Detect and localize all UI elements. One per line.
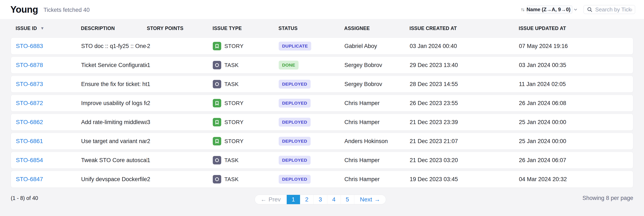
topbar-controls: ↑↓ Name (Z→A, 9→0) xyxy=(527,5,635,14)
status-cell: DUPLICATE xyxy=(279,42,344,50)
status-badge: DEPLOYED xyxy=(279,118,310,126)
page-button-3[interactable]: 3 xyxy=(314,195,327,204)
table-row[interactable]: STO-6861 Use target and variant name sea… xyxy=(11,133,633,150)
status-cell: DEPLOYED xyxy=(279,156,344,165)
issue-type-label: STORY xyxy=(224,100,244,106)
issue-type-cell: STORY xyxy=(213,118,279,126)
updated-at-cell: 25 Jan 2024 00:00 xyxy=(519,119,633,126)
pagination: ← Prev 1 2 3 4 5 Next → xyxy=(254,195,386,204)
column-header-issue-updated-at: ISSUE UPDATED AT xyxy=(519,26,633,31)
issue-type-cell: TASK xyxy=(213,80,279,88)
page-button-1[interactable]: 1 xyxy=(286,195,300,204)
issue-id-link[interactable]: STO-6872 xyxy=(16,100,81,106)
tickets-fetched-label: Tickets fetched 40 xyxy=(44,7,90,13)
story-icon xyxy=(213,137,221,146)
chevron-down-icon xyxy=(573,7,578,12)
issue-id-link[interactable]: STO-6878 xyxy=(16,62,81,68)
issue-type-label: TASK xyxy=(224,81,239,88)
assignee-cell: Chris Hamper xyxy=(344,157,410,164)
status-cell: DEPLOYED xyxy=(279,175,344,184)
column-header-story-points: STORY POINTS xyxy=(147,26,212,31)
created-at-cell: 19 Dec 2023 03:45 xyxy=(410,176,519,182)
search-icon xyxy=(587,6,593,12)
column-header-description: DESCRIPTION xyxy=(81,26,147,31)
search-box[interactable] xyxy=(584,5,635,14)
issue-type-cell: STORY xyxy=(213,42,279,50)
assignee-cell: Sergey Bobrov xyxy=(344,81,410,88)
page-title: Young xyxy=(10,4,38,15)
updated-at-cell: 07 May 2024 19:16 xyxy=(519,43,633,50)
assignee-cell: Gabriel Aboy xyxy=(344,43,410,50)
updated-at-cell: 04 Mar 2024 20:32 xyxy=(519,176,633,182)
status-badge: DEPLOYED xyxy=(279,80,310,88)
status-badge: DUPLICATE xyxy=(279,42,311,50)
issue-type-label: TASK xyxy=(224,157,239,164)
issue-type-label: STORY xyxy=(224,138,244,144)
table-row[interactable]: STO-6862 Add rate-limiting middleware to… xyxy=(11,114,633,130)
status-badge: DEPLOYED xyxy=(279,137,310,146)
description-cell: Add rate-limiting middleware to S... xyxy=(81,119,147,126)
table-row[interactable]: STO-6854 Tweak STO Core autoscaling par.… xyxy=(11,152,633,169)
issue-id-link[interactable]: STO-6873 xyxy=(16,81,81,88)
sort-arrows-icon: ↑↓ xyxy=(521,7,524,12)
issue-id-link[interactable]: STO-6861 xyxy=(16,138,81,144)
status-badge: DEPLOYED xyxy=(279,99,310,108)
column-header-assignee: ASSIGNEE xyxy=(344,26,410,31)
story-points-cell: 3 xyxy=(147,119,213,126)
ticket-table-body: STO-6883 STO doc :: q1-fy25 :: One-click… xyxy=(0,38,644,188)
description-cell: Ensure the fix for ticket: https://h... xyxy=(81,81,147,88)
prev-page-button[interactable]: ← Prev xyxy=(255,195,286,204)
issue-type-cell: STORY xyxy=(213,99,279,107)
created-at-cell: 29 Dec 2023 13:40 xyxy=(410,62,519,68)
column-header-status: STATUS xyxy=(278,26,344,31)
issue-type-cell: TASK xyxy=(213,175,279,184)
issue-id-link[interactable]: STO-6862 xyxy=(16,119,81,126)
issue-type-cell: TASK xyxy=(213,156,279,164)
status-cell: DEPLOYED xyxy=(279,80,344,88)
table-row[interactable]: STO-6847 Unify devspace Dockerfile build… xyxy=(11,171,633,188)
story-points-cell: 2 xyxy=(147,43,213,50)
updated-at-cell: 25 Jan 2024 00:00 xyxy=(519,138,633,144)
issue-id-link[interactable]: STO-6847 xyxy=(16,176,81,182)
issue-id-link[interactable]: STO-6883 xyxy=(16,43,81,50)
next-page-button[interactable]: Next → xyxy=(354,195,386,204)
column-header-issue-id[interactable]: ISSUE ID ▼ xyxy=(16,26,81,31)
issue-type-label: STORY xyxy=(224,43,244,50)
description-cell: Improve usability of logs for failur... xyxy=(81,100,147,106)
description-cell: Ticket Service Configuration xyxy=(81,62,147,68)
story-points-cell: 1 xyxy=(147,81,213,88)
sort-dropdown[interactable]: ↑↓ Name (Z→A, 9→0) xyxy=(527,5,572,14)
task-icon xyxy=(213,175,221,184)
updated-at-cell: 26 Jan 2024 06:08 xyxy=(519,100,633,106)
story-points-cell: 2 xyxy=(147,176,213,182)
page-button-5[interactable]: 5 xyxy=(340,195,354,204)
column-header-issue-type: ISSUE TYPE xyxy=(212,26,278,31)
table-row[interactable]: STO-6872 Improve usability of logs for f… xyxy=(11,95,633,112)
issue-id-link[interactable]: STO-6854 xyxy=(16,157,81,164)
page-button-4[interactable]: 4 xyxy=(327,195,340,204)
story-points-cell: 1 xyxy=(147,157,213,164)
arrow-right-icon: → xyxy=(374,196,380,203)
issue-type-cell: STORY xyxy=(213,137,279,146)
updated-at-cell: 11 Jan 2024 02:05 xyxy=(519,81,633,88)
issue-type-label: TASK xyxy=(224,176,239,182)
search-input[interactable] xyxy=(595,6,632,13)
table-row[interactable]: STO-6878 Ticket Service Configuration 1 … xyxy=(11,57,633,74)
page-button-2[interactable]: 2 xyxy=(300,195,314,204)
table-row[interactable]: STO-6883 STO doc :: q1-fy25 :: One-click… xyxy=(11,38,633,54)
status-cell: DEPLOYED xyxy=(279,137,344,146)
description-cell: STO doc :: q1-fy25 :: One-click e... xyxy=(81,43,147,50)
task-icon xyxy=(213,80,221,88)
assignee-cell: Chris Hamper xyxy=(344,176,410,182)
assignee-cell: Chris Hamper xyxy=(344,100,410,106)
description-cell: Tweak STO Core autoscaling par... xyxy=(81,157,147,164)
updated-at-cell: 03 Jan 2024 00:35 xyxy=(519,62,633,68)
description-cell: Unify devspace Dockerfile build xyxy=(81,176,147,182)
status-badge: DEPLOYED xyxy=(279,156,310,165)
column-header-issue-created-at: ISSUE CREATED AT xyxy=(410,26,519,31)
top-bar: Young Tickets fetched 40 ↑↓ Name (Z→A, 9… xyxy=(0,0,644,19)
table-row[interactable]: STO-6873 Ensure the fix for ticket: http… xyxy=(11,76,633,92)
status-cell: DEPLOYED xyxy=(279,118,344,126)
story-points-cell: 2 xyxy=(147,138,213,144)
per-page-label: Showing 8 per page xyxy=(582,195,633,202)
